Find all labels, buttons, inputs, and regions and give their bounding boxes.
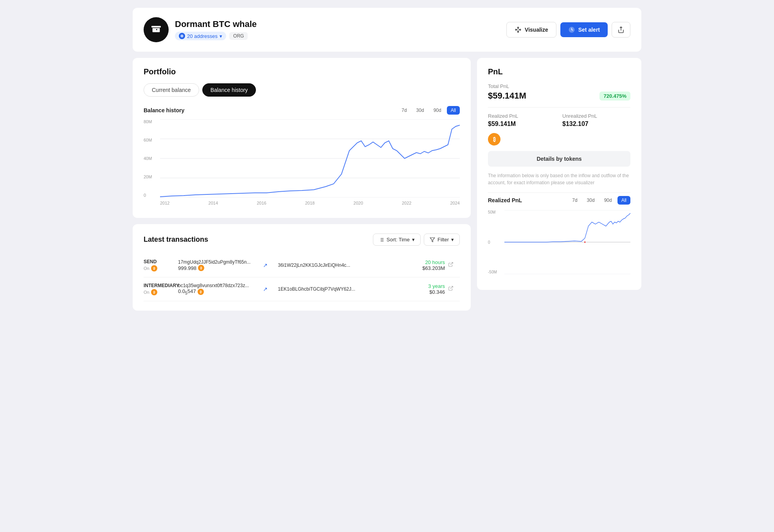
portfolio-chart-svg	[160, 119, 460, 198]
total-pnl-label: Total PnL	[488, 83, 630, 89]
portfolio-time-7d[interactable]: 7d	[398, 106, 410, 115]
tx-time-1: 20 hours	[425, 259, 445, 265]
realized-pnl-section: Realized PnL $59.141M	[488, 113, 556, 128]
chart-x-labels: 2012 2014 2016 2018 2020 2022 2024	[160, 201, 460, 205]
svg-marker-19	[430, 237, 435, 242]
chart-header: Balance history 7d 30d 90d All	[144, 106, 460, 115]
tx-from-addr-2: bc1q35wg8vunsrxt0ft78dzx723z... 0.05547 …	[178, 283, 260, 295]
table-row: INTERMEDIARY On ₿ bc1q35wg8vunsrxt0ft78d…	[144, 277, 460, 301]
y-label-0-pnl: 0	[488, 240, 502, 244]
tx-on-col-2: On ₿	[144, 289, 175, 295]
tab-current-balance[interactable]: Current balance	[144, 83, 199, 97]
filter-label: Filter	[437, 237, 449, 243]
y-label-20m: 20M	[144, 174, 158, 179]
pnl-time-90d[interactable]: 90d	[600, 196, 616, 205]
realized-chart-title: Realized PnL	[488, 197, 522, 203]
tx-arrow-2: ↗	[263, 286, 275, 293]
details-by-tokens-button[interactable]: Details by tokens	[488, 151, 630, 167]
portfolio-card: Portfolio Current balance Balance histor…	[133, 58, 471, 218]
tx-time-2: 3 years	[428, 283, 445, 289]
realized-chart-y-labels: 50M 0 -50M	[488, 210, 502, 274]
tx-type-send: SEND	[144, 259, 175, 264]
y-label-0: 0	[144, 193, 158, 198]
pnl-time-all[interactable]: All	[617, 196, 630, 205]
pnl-time-30d[interactable]: 30d	[583, 196, 599, 205]
sort-label: Sort: Time	[387, 237, 410, 243]
external-link-icon	[448, 262, 454, 267]
left-column: Portfolio Current balance Balance histor…	[133, 58, 471, 311]
svg-point-0	[515, 29, 517, 31]
y-label-neg50m: -50M	[488, 270, 502, 274]
x-label-2024: 2024	[450, 201, 459, 205]
realized-pnl-chart-section: Realized PnL 7d 30d 90d All 50M 0 -50M	[488, 196, 630, 280]
tx-to-addr-2: 1EK1oBLGhcbiTGCibjP7VqWY62J...	[278, 286, 360, 292]
realized-pnl-chart-area: 50M 0 -50M	[488, 210, 630, 280]
pnl-title: PnL	[488, 67, 630, 76]
unrealized-pnl-section: Unrealized PnL $132.107	[562, 113, 630, 128]
tab-balance-history[interactable]: Balance history	[202, 83, 256, 97]
total-pnl-percent: 720.475%	[599, 92, 630, 101]
pnl-note: The information below is only based on t…	[488, 172, 630, 186]
page-title: Dormant BTC whale	[175, 19, 257, 29]
portfolio-chart-area: 80M 60M 40M 20M 0	[144, 119, 460, 205]
addresses-badge[interactable]: ⊞ 20 addresses ▾	[175, 32, 226, 40]
tx-amount-col-2: 3 years $0.346	[363, 283, 445, 295]
pnl-divider	[488, 192, 630, 193]
set-alert-button[interactable]: Set alert	[560, 22, 608, 37]
x-label-2018: 2018	[305, 201, 315, 205]
chart-y-labels: 80M 60M 40M 20M 0	[144, 119, 158, 198]
tx-type-intermediary: INTERMEDIARY	[144, 283, 175, 288]
x-label-2020: 2020	[353, 201, 363, 205]
chevron-down-icon: ▾	[220, 33, 222, 39]
btc-icon-amount-1: ₿	[198, 265, 204, 271]
org-badge: ORG	[229, 32, 248, 40]
visualize-icon	[515, 26, 522, 33]
x-label-2022: 2022	[402, 201, 411, 205]
svg-point-2	[518, 31, 519, 32]
tx-header: Latest transactions Sort: Time ▾	[144, 234, 460, 246]
tx-external-2[interactable]	[448, 286, 460, 293]
x-label-2016: 2016	[257, 201, 266, 205]
filter-icon	[430, 237, 435, 243]
transactions-card: Latest transactions Sort: Time ▾	[133, 224, 471, 311]
total-pnl-value: $59.141M	[488, 91, 526, 101]
visualize-button[interactable]: Visualize	[506, 22, 556, 38]
x-label-2014: 2014	[209, 201, 218, 205]
portfolio-time-all[interactable]: All	[447, 106, 460, 115]
set-alert-label: Set alert	[578, 27, 600, 33]
y-label-50m: 50M	[488, 210, 502, 214]
visualize-label: Visualize	[525, 27, 548, 33]
filter-button[interactable]: Filter ▾	[424, 234, 460, 246]
portfolio-time-30d[interactable]: 30d	[412, 106, 428, 115]
portfolio-chart-svg-wrap	[160, 119, 460, 198]
sort-chevron-icon: ▾	[412, 237, 415, 243]
pnl-time-7d[interactable]: 7d	[568, 196, 581, 205]
y-label-40m: 40M	[144, 156, 158, 161]
btc-icon-amount-2: ₿	[198, 289, 204, 295]
realized-chart-header: Realized PnL 7d 30d 90d All	[488, 196, 630, 205]
pnl-card: PnL Total PnL $59.141M 720.475% Realized…	[477, 58, 641, 290]
tx-external-1[interactable]	[448, 262, 460, 269]
share-button[interactable]	[612, 22, 630, 38]
header-left: Dormant BTC whale ⊞ 20 addresses ▾ ORG	[144, 17, 257, 42]
realized-pnl-label: Realized PnL	[488, 113, 556, 119]
header-card: Dormant BTC whale ⊞ 20 addresses ▾ ORG	[133, 8, 641, 52]
btc-icon-intermediary: ₿	[151, 289, 157, 295]
tx-from-addr-1: 17mgUdq2JJF5id2uPgm8yTf65n... 999.998 ₿	[178, 259, 260, 271]
tx-controls: Sort: Time ▾ Filter ▾	[373, 234, 460, 246]
unrealized-pnl-value: $132.107	[562, 120, 630, 128]
tx-to-addr-1: 36i1W22jLn2KK1GJcJirEiQHn4c...	[278, 262, 360, 268]
arrow-right-icon-2: ↗	[263, 286, 268, 292]
avatar	[144, 17, 169, 42]
portfolio-time-filter-row: 7d 30d 90d All	[398, 106, 460, 115]
tx-amount-col-1: 20 hours $63.203M	[363, 259, 445, 271]
btc-token-icon: ₿	[488, 133, 500, 146]
y-label-60m: 60M	[144, 138, 158, 142]
whale-icon	[150, 22, 162, 38]
svg-point-3	[520, 29, 521, 31]
external-link-icon-2	[448, 286, 454, 291]
portfolio-time-90d[interactable]: 90d	[430, 106, 445, 115]
arrow-right-icon: ↗	[263, 262, 268, 268]
header-actions: Visualize Set alert	[506, 22, 630, 38]
sort-button[interactable]: Sort: Time ▾	[373, 234, 421, 246]
